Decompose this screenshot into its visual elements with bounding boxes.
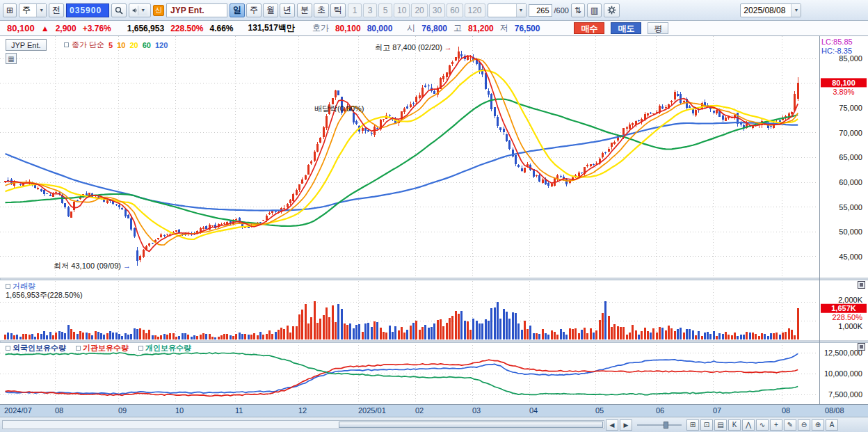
low-price: 76,500 — [515, 24, 540, 33]
x-axis-month-label: 10 — [175, 406, 184, 415]
scrollbar-thumb[interactable] — [339, 422, 603, 428]
chart-window-icon[interactable]: ⊞ — [3, 3, 17, 17]
open-label: 시 — [407, 22, 415, 34]
holdings-legend-item[interactable]: 기관보유수량 — [76, 343, 129, 353]
svg-text:55,000: 55,000 — [839, 203, 862, 211]
chart-tool-icons: ⊞⊡▤K⋀∿+✎⊖⊕A — [686, 419, 838, 431]
period-day-button[interactable]: 일 — [230, 3, 245, 17]
zoom-slider[interactable] — [637, 419, 682, 431]
volume-pane-button[interactable] — [858, 281, 865, 289]
volume-value: 1,656,953 — [127, 24, 164, 33]
change-percent: +3.76% — [83, 24, 111, 33]
split-screen-icon[interactable]: ⊞ — [686, 419, 699, 431]
change-arrow-icon: ▲ — [41, 24, 49, 33]
chart-grid-button[interactable]: ▦ — [6, 53, 17, 64]
zoom-slider-track — [637, 424, 682, 426]
ma-5-legend[interactable]: 5 — [108, 41, 113, 49]
current-price: 80,100 — [7, 23, 35, 33]
holdings-legend-item[interactable]: 외국인보유수량 — [6, 343, 66, 353]
font-button[interactable]: A — [826, 419, 838, 431]
chart-canvas[interactable]: 45,00050,00055,00060,00065,00070,00075,0… — [0, 0, 868, 432]
settings-button[interactable] — [604, 3, 620, 17]
chevron-down-icon: ▼ — [516, 4, 526, 17]
x-axis-month-label: 04 — [529, 406, 538, 415]
hc-value: HC:-8.35 — [821, 47, 852, 55]
maximize-icon[interactable]: ⊡ — [700, 419, 713, 431]
svg-text:2,000K: 2,000K — [838, 296, 863, 304]
period-week-button[interactable]: 주 — [246, 3, 262, 17]
mountain-style-icon[interactable]: ⋀ — [742, 419, 755, 431]
interval-60-button[interactable]: 60 — [447, 3, 463, 17]
zoom-slider-thumb[interactable] — [664, 422, 668, 429]
legend-series-label[interactable]: 종가 단순 — [72, 40, 104, 50]
ma-10-legend[interactable]: 10 — [117, 41, 125, 49]
grid-style-icon[interactable]: ▤ — [714, 419, 727, 431]
high-price: 81,200 — [468, 24, 494, 33]
crosshair-icon[interactable]: + — [770, 419, 782, 431]
period-second-button[interactable]: 초 — [314, 3, 329, 17]
buy-button[interactable]: 매수 — [574, 22, 604, 34]
interval-3-button[interactable]: 3 — [363, 3, 377, 17]
period-tick-button[interactable]: 틱 — [330, 3, 346, 17]
interval-30-button[interactable]: 30 — [429, 3, 445, 17]
magnifier-icon — [115, 6, 123, 15]
search-button[interactable] — [111, 3, 127, 17]
line-style-icon[interactable]: ∿ — [756, 419, 769, 431]
svg-text:10,000,000: 10,000,000 — [824, 369, 862, 378]
high-price-annotation: 최고 87,400 (02/20)→ — [342, 42, 452, 53]
legend-square-icon — [6, 346, 10, 351]
toolbar: ⊞ 주 ▼ 전 ▼ 신 JYP Ent. 일주월년 분초틱 1351020306… — [0, 0, 868, 21]
period-year-button[interactable]: 년 — [280, 3, 295, 17]
scroll-right-button[interactable]: ▶ — [620, 419, 632, 431]
x-axis-month-label: 09 — [118, 406, 127, 415]
avg-button[interactable]: 평 — [648, 22, 668, 34]
draw-tool-icon[interactable]: ✎ — [784, 419, 796, 431]
candle-style-icon[interactable]: K — [728, 419, 741, 431]
interval-5-button[interactable]: 5 — [378, 3, 392, 17]
interval-120-button[interactable]: 120 — [465, 3, 485, 17]
holdings-legend-item[interactable]: 개인보유수량 — [138, 343, 191, 353]
x-axis-month-label: 07 — [713, 406, 721, 415]
legend-square-icon — [138, 346, 143, 351]
scroll-left-button[interactable]: ◀ — [606, 419, 618, 431]
volume-subtitle: 1,656,953주(228.50%) — [6, 290, 83, 301]
zoom-in-icon[interactable]: ⊕ — [812, 419, 824, 431]
stock-status-badge: 신 — [153, 5, 164, 16]
chart-tab[interactable]: JYP Ent. — [6, 39, 47, 51]
chart-type-combo[interactable]: ▼ — [488, 3, 527, 17]
speaker-icon — [132, 6, 138, 15]
stock-chart-window: 45,00050,00055,00060,00065,00070,00075,0… — [0, 0, 868, 432]
jeon-button[interactable]: 전 — [49, 3, 64, 17]
interval-10-button[interactable]: 10 — [394, 3, 410, 17]
visible-candles-input[interactable] — [529, 4, 552, 17]
x-axis-month-label: 2025/01 — [358, 406, 386, 415]
holdings-legend-label: 개인보유수량 — [145, 343, 191, 353]
trade-value: 131,517백만 — [248, 22, 295, 34]
holdings-pane-button[interactable] — [858, 343, 865, 351]
svg-text:7,500,000: 7,500,000 — [828, 390, 862, 399]
chart-scrollbar[interactable] — [2, 420, 604, 429]
high-label: 고 — [453, 22, 462, 34]
chart-style-button[interactable]: ▥ — [587, 3, 602, 17]
ma-60-legend[interactable]: 60 — [143, 41, 151, 49]
price-adjust-button[interactable]: ⇅ — [571, 3, 585, 17]
interval-1-button[interactable]: 1 — [348, 3, 362, 17]
interval-20-button[interactable]: 20 — [411, 3, 427, 17]
svg-text:85,000: 85,000 — [839, 54, 862, 63]
ma-120-legend[interactable]: 120 — [155, 41, 168, 49]
ma-20-legend[interactable]: 20 — [129, 41, 138, 49]
holdings-pane-header: 외국인보유수량기관보유수량개인보유수량 — [6, 343, 191, 353]
zoom-out-icon[interactable]: ⊖ — [798, 419, 810, 431]
period-month-button[interactable]: 월 — [263, 3, 278, 17]
chevron-down-icon: ▼ — [791, 4, 801, 17]
sell-button[interactable]: 매도 — [611, 22, 641, 34]
stock-code-input[interactable] — [66, 3, 109, 17]
date-picker[interactable]: 2025/08/08 ▼ — [740, 3, 801, 17]
sound-button[interactable]: ▼ — [129, 3, 151, 17]
svg-text:80,100: 80,100 — [832, 79, 855, 87]
x-axis-month-label: 02 — [415, 406, 424, 415]
period-combo[interactable]: 주 ▼ — [19, 3, 47, 17]
volume-ratio: 228.50% — [170, 24, 203, 33]
period-minute-button[interactable]: 분 — [297, 3, 312, 17]
x-axis-month-label: 08 — [55, 406, 63, 415]
